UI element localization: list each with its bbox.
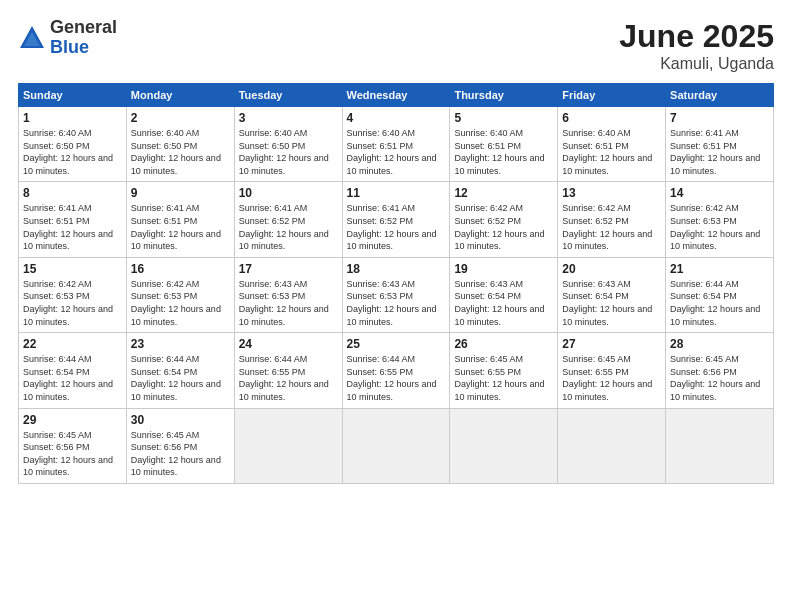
day-info: Sunrise: 6:42 AM Sunset: 6:52 PM Dayligh… [454,202,553,252]
table-row [234,408,342,483]
day-info: Sunrise: 6:45 AM Sunset: 6:56 PM Dayligh… [131,429,230,479]
logo-icon [18,24,46,52]
calendar-week-row: 22 Sunrise: 6:44 AM Sunset: 6:54 PM Dayl… [19,333,774,408]
day-number: 22 [23,337,122,351]
header-tuesday: Tuesday [234,84,342,107]
table-row: 16 Sunrise: 6:42 AM Sunset: 6:53 PM Dayl… [126,257,234,332]
day-number: 12 [454,186,553,200]
day-number: 27 [562,337,661,351]
day-info: Sunrise: 6:41 AM Sunset: 6:51 PM Dayligh… [23,202,122,252]
table-row: 5 Sunrise: 6:40 AM Sunset: 6:51 PM Dayli… [450,107,558,182]
day-number: 4 [347,111,446,125]
calendar-table: Sunday Monday Tuesday Wednesday Thursday… [18,83,774,484]
day-number: 16 [131,262,230,276]
day-number: 29 [23,413,122,427]
day-number: 10 [239,186,338,200]
day-info: Sunrise: 6:40 AM Sunset: 6:51 PM Dayligh… [454,127,553,177]
calendar-page: General Blue June 2025 Kamuli, Uganda Su… [0,0,792,612]
day-number: 17 [239,262,338,276]
table-row: 18 Sunrise: 6:43 AM Sunset: 6:53 PM Dayl… [342,257,450,332]
calendar-subtitle: Kamuli, Uganda [619,55,774,73]
header-thursday: Thursday [450,84,558,107]
day-number: 18 [347,262,446,276]
calendar-week-row: 1 Sunrise: 6:40 AM Sunset: 6:50 PM Dayli… [19,107,774,182]
table-row: 19 Sunrise: 6:43 AM Sunset: 6:54 PM Dayl… [450,257,558,332]
calendar-body: 1 Sunrise: 6:40 AM Sunset: 6:50 PM Dayli… [19,107,774,484]
day-info: Sunrise: 6:43 AM Sunset: 6:54 PM Dayligh… [562,278,661,328]
day-info: Sunrise: 6:41 AM Sunset: 6:52 PM Dayligh… [347,202,446,252]
day-number: 5 [454,111,553,125]
day-info: Sunrise: 6:44 AM Sunset: 6:54 PM Dayligh… [670,278,769,328]
day-info: Sunrise: 6:41 AM Sunset: 6:51 PM Dayligh… [131,202,230,252]
header-saturday: Saturday [666,84,774,107]
table-row: 30 Sunrise: 6:45 AM Sunset: 6:56 PM Dayl… [126,408,234,483]
table-row [666,408,774,483]
day-number: 2 [131,111,230,125]
day-info: Sunrise: 6:42 AM Sunset: 6:53 PM Dayligh… [131,278,230,328]
table-row: 10 Sunrise: 6:41 AM Sunset: 6:52 PM Dayl… [234,182,342,257]
day-info: Sunrise: 6:45 AM Sunset: 6:55 PM Dayligh… [562,353,661,403]
day-number: 13 [562,186,661,200]
table-row: 20 Sunrise: 6:43 AM Sunset: 6:54 PM Dayl… [558,257,666,332]
header-friday: Friday [558,84,666,107]
day-info: Sunrise: 6:40 AM Sunset: 6:50 PM Dayligh… [239,127,338,177]
day-number: 20 [562,262,661,276]
table-row: 6 Sunrise: 6:40 AM Sunset: 6:51 PM Dayli… [558,107,666,182]
table-row [558,408,666,483]
day-info: Sunrise: 6:44 AM Sunset: 6:54 PM Dayligh… [131,353,230,403]
day-number: 23 [131,337,230,351]
day-info: Sunrise: 6:41 AM Sunset: 6:52 PM Dayligh… [239,202,338,252]
day-info: Sunrise: 6:42 AM Sunset: 6:53 PM Dayligh… [670,202,769,252]
calendar-week-row: 8 Sunrise: 6:41 AM Sunset: 6:51 PM Dayli… [19,182,774,257]
day-number: 15 [23,262,122,276]
table-row: 3 Sunrise: 6:40 AM Sunset: 6:50 PM Dayli… [234,107,342,182]
calendar-title: June 2025 [619,18,774,55]
calendar-week-row: 29 Sunrise: 6:45 AM Sunset: 6:56 PM Dayl… [19,408,774,483]
table-row: 2 Sunrise: 6:40 AM Sunset: 6:50 PM Dayli… [126,107,234,182]
table-row: 1 Sunrise: 6:40 AM Sunset: 6:50 PM Dayli… [19,107,127,182]
day-info: Sunrise: 6:40 AM Sunset: 6:50 PM Dayligh… [23,127,122,177]
day-number: 14 [670,186,769,200]
day-info: Sunrise: 6:40 AM Sunset: 6:51 PM Dayligh… [347,127,446,177]
day-number: 3 [239,111,338,125]
day-info: Sunrise: 6:45 AM Sunset: 6:55 PM Dayligh… [454,353,553,403]
day-info: Sunrise: 6:44 AM Sunset: 6:54 PM Dayligh… [23,353,122,403]
day-number: 9 [131,186,230,200]
header: General Blue June 2025 Kamuli, Uganda [18,18,774,73]
calendar-week-row: 15 Sunrise: 6:42 AM Sunset: 6:53 PM Dayl… [19,257,774,332]
table-row: 11 Sunrise: 6:41 AM Sunset: 6:52 PM Dayl… [342,182,450,257]
day-info: Sunrise: 6:44 AM Sunset: 6:55 PM Dayligh… [239,353,338,403]
day-info: Sunrise: 6:45 AM Sunset: 6:56 PM Dayligh… [670,353,769,403]
table-row: 17 Sunrise: 6:43 AM Sunset: 6:53 PM Dayl… [234,257,342,332]
day-info: Sunrise: 6:44 AM Sunset: 6:55 PM Dayligh… [347,353,446,403]
calendar-header: Sunday Monday Tuesday Wednesday Thursday… [19,84,774,107]
day-number: 1 [23,111,122,125]
day-info: Sunrise: 6:42 AM Sunset: 6:52 PM Dayligh… [562,202,661,252]
table-row: 14 Sunrise: 6:42 AM Sunset: 6:53 PM Dayl… [666,182,774,257]
table-row: 13 Sunrise: 6:42 AM Sunset: 6:52 PM Dayl… [558,182,666,257]
table-row: 29 Sunrise: 6:45 AM Sunset: 6:56 PM Dayl… [19,408,127,483]
table-row: 7 Sunrise: 6:41 AM Sunset: 6:51 PM Dayli… [666,107,774,182]
day-info: Sunrise: 6:45 AM Sunset: 6:56 PM Dayligh… [23,429,122,479]
logo: General Blue [18,18,117,58]
table-row: 15 Sunrise: 6:42 AM Sunset: 6:53 PM Dayl… [19,257,127,332]
table-row: 27 Sunrise: 6:45 AM Sunset: 6:55 PM Dayl… [558,333,666,408]
table-row: 25 Sunrise: 6:44 AM Sunset: 6:55 PM Dayl… [342,333,450,408]
table-row [450,408,558,483]
table-row: 8 Sunrise: 6:41 AM Sunset: 6:51 PM Dayli… [19,182,127,257]
table-row: 24 Sunrise: 6:44 AM Sunset: 6:55 PM Dayl… [234,333,342,408]
day-number: 24 [239,337,338,351]
weekday-header-row: Sunday Monday Tuesday Wednesday Thursday… [19,84,774,107]
day-number: 11 [347,186,446,200]
day-number: 26 [454,337,553,351]
table-row: 9 Sunrise: 6:41 AM Sunset: 6:51 PM Dayli… [126,182,234,257]
day-number: 30 [131,413,230,427]
header-sunday: Sunday [19,84,127,107]
day-info: Sunrise: 6:40 AM Sunset: 6:50 PM Dayligh… [131,127,230,177]
day-info: Sunrise: 6:42 AM Sunset: 6:53 PM Dayligh… [23,278,122,328]
header-wednesday: Wednesday [342,84,450,107]
day-number: 28 [670,337,769,351]
table-row: 4 Sunrise: 6:40 AM Sunset: 6:51 PM Dayli… [342,107,450,182]
table-row [342,408,450,483]
logo-general: General [50,18,117,38]
